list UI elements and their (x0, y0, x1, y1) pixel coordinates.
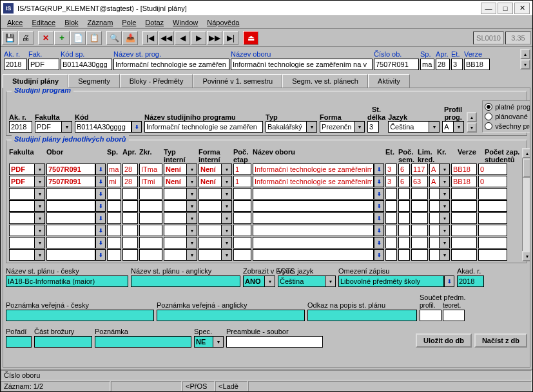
det-pozn-en[interactable] (157, 310, 305, 321)
row-et[interactable] (385, 249, 397, 261)
fld-fak[interactable] (28, 59, 59, 70)
prog-fakulta-dd-icon[interactable]: ▾ (62, 121, 72, 133)
row-zkr[interactable] (139, 176, 162, 187)
row-typ-dd-icon[interactable]: ▾ (187, 176, 197, 187)
row-sp[interactable] (107, 200, 121, 212)
minimize-button[interactable]: — (481, 3, 496, 14)
row-forma-interni[interactable] (199, 249, 222, 261)
fld-ak-r[interactable] (4, 59, 27, 70)
row-poc-sem[interactable] (398, 200, 410, 212)
tab-aktivity[interactable]: Aktivity (368, 74, 410, 88)
tab-studijni-plany[interactable]: Studijní plány (3, 74, 68, 88)
row-nazev-lov-icon[interactable]: ⬇ (374, 176, 384, 187)
row-etap[interactable] (233, 176, 251, 187)
row-forma-dd-icon[interactable]: ▾ (222, 249, 232, 261)
row-poc-sem[interactable] (398, 212, 410, 224)
row-forma-interni[interactable] (199, 200, 222, 212)
row-kr[interactable] (429, 249, 440, 261)
last-record-icon[interactable]: ▶| (223, 31, 238, 45)
tab-segmenty[interactable]: Segmenty (68, 74, 120, 88)
prog-jazyk-dd-icon[interactable]: ▾ (429, 121, 440, 133)
row-obor-lov-icon[interactable]: ⬇ (95, 188, 106, 200)
row-apr[interactable] (122, 163, 138, 175)
menu-editace[interactable]: Editace (28, 17, 59, 28)
tab-povinne[interactable]: Povinné v 1. semestru (193, 74, 282, 88)
row-obor-lov-icon[interactable]: ⬇ (95, 212, 106, 224)
row-apr[interactable] (122, 225, 138, 236)
row-obor-lov-icon[interactable]: ⬇ (95, 163, 106, 175)
maximize-button[interactable]: □ (498, 3, 513, 14)
row-verze[interactable] (451, 237, 477, 248)
row-apr[interactable] (122, 212, 138, 224)
row-kr[interactable] (429, 188, 440, 200)
row-pocet-zap[interactable] (478, 200, 507, 212)
row-sp[interactable] (107, 225, 121, 236)
row-kr-dd-icon[interactable]: ▾ (440, 163, 450, 175)
row-pocet-zap[interactable] (478, 225, 507, 236)
row-pocet-zap[interactable] (478, 212, 507, 224)
row-fakulta-dd-icon[interactable]: ▾ (35, 176, 45, 187)
header-scroll-down[interactable]: ▾ (520, 59, 530, 70)
row-et[interactable] (385, 163, 397, 175)
row-obor[interactable] (46, 176, 95, 187)
row-obor[interactable] (46, 237, 95, 248)
row-obor-lov-icon[interactable]: ⬇ (95, 249, 106, 261)
row-forma-dd-icon[interactable]: ▾ (222, 200, 232, 212)
row-kr[interactable] (429, 163, 440, 175)
det-profil[interactable] (420, 310, 441, 321)
row-apr[interactable] (122, 237, 138, 248)
row-lim-kred[interactable] (411, 163, 428, 175)
row-fakulta-dd-icon[interactable]: ▾ (35, 237, 45, 248)
fld-kod-sp[interactable] (61, 59, 112, 70)
grid-scroll-up[interactable]: ▴ (522, 148, 530, 158)
row-forma-dd-icon[interactable]: ▾ (222, 225, 232, 236)
row-kr[interactable] (429, 212, 440, 224)
row-typ-interni[interactable] (164, 200, 187, 212)
prog-delka[interactable] (367, 121, 379, 133)
det-poznamka[interactable] (95, 336, 191, 348)
row-fakulta[interactable] (9, 163, 35, 175)
row-nazev-lov-icon[interactable]: ⬇ (374, 163, 384, 175)
prog-profil-dd-icon[interactable]: ▾ (454, 121, 464, 133)
row-forma-interni[interactable] (199, 188, 222, 200)
fld-nazev-sp[interactable] (113, 59, 229, 70)
row-fakulta[interactable] (9, 200, 35, 212)
prog-scroll-down[interactable]: ▾ (467, 122, 477, 133)
row-forma-interni[interactable] (199, 212, 222, 224)
row-obor[interactable] (46, 249, 95, 261)
det-nazev-en[interactable] (131, 275, 240, 287)
add-icon[interactable]: ＋ (54, 31, 70, 45)
row-fakulta-dd-icon[interactable]: ▾ (35, 212, 45, 224)
filter-icon[interactable]: 📥 (122, 31, 138, 45)
row-lim-kred[interactable] (411, 212, 428, 224)
delete-icon[interactable]: ✕ (38, 31, 53, 45)
row-poc-sem[interactable] (398, 237, 410, 248)
row-forma-interni[interactable] (199, 176, 222, 187)
prog-kod[interactable] (75, 121, 131, 133)
grid-scroll-track[interactable] (522, 158, 530, 251)
copy-icon[interactable]: 📄 (70, 31, 86, 45)
row-nazev-lov-icon[interactable]: ⬇ (374, 188, 384, 200)
row-verze[interactable] (451, 249, 477, 261)
load-button[interactable]: Načíst z db (474, 333, 527, 348)
menu-akce[interactable]: Akce (3, 17, 26, 28)
prog-fakulta[interactable] (35, 121, 62, 133)
row-sp[interactable] (107, 212, 121, 224)
row-zkr[interactable] (139, 188, 162, 200)
tab-segm-plany[interactable]: Segm. ve st. plánech (282, 74, 368, 88)
row-obor[interactable] (46, 225, 95, 236)
row-et[interactable] (385, 225, 397, 236)
row-obor-lov-icon[interactable]: ⬇ (95, 200, 106, 212)
save-icon[interactable]: 💾 (2, 31, 17, 45)
row-kr-dd-icon[interactable]: ▾ (440, 200, 450, 212)
row-typ-interni[interactable] (164, 163, 187, 175)
det-jazyk-dd-icon[interactable]: ▾ (325, 275, 336, 287)
prev-record-icon[interactable]: ◀ (175, 31, 190, 45)
row-typ-interni[interactable] (164, 237, 187, 248)
tab-bloky-predmety[interactable]: Bloky - Předměty (120, 74, 193, 88)
next-record-icon[interactable]: ▶ (191, 31, 206, 45)
row-obor-lov-icon[interactable]: ⬇ (95, 237, 106, 248)
print-icon[interactable]: 🖨 (18, 31, 34, 45)
row-fakulta[interactable] (9, 188, 35, 200)
row-nazev-oboru[interactable] (253, 225, 374, 236)
